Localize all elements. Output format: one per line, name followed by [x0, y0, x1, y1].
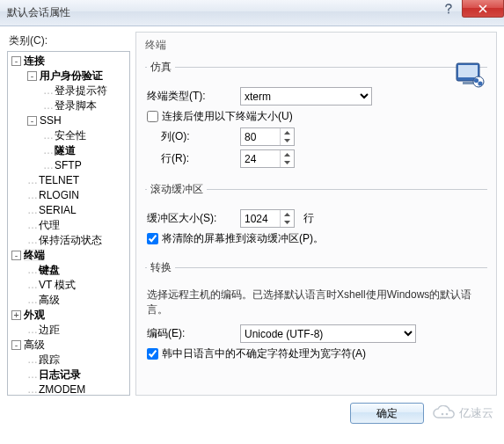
svg-point-8 [446, 413, 449, 416]
cols-spinner[interactable] [240, 127, 295, 146]
buffer-size-spinner[interactable] [240, 209, 295, 228]
tree-node-proxy[interactable]: 代理 [39, 219, 60, 231]
tree-node-keepalive[interactable]: 保持活动状态 [39, 234, 102, 246]
buffer-size-label: 缓冲区大小(S): [147, 211, 240, 226]
wide-char-row[interactable]: 韩中日语言中的不确定字符处理为宽字符(A) [147, 346, 486, 361]
group-emulation: 仿真 终端类型(T): xterm 连接后使用以下终端大小(U) 列(O): [145, 60, 487, 175]
brand-text: 亿速云 [459, 405, 493, 421]
svg-point-6 [478, 81, 482, 85]
group-encoding-legend: 转换 [147, 260, 175, 275]
terminal-icon [456, 62, 486, 91]
group-encoding: 转换 选择远程主机的编码。已选择默认语言时Xshell使用Windows的默认语… [145, 260, 487, 368]
tree-node-logging[interactable]: 日志记录 [39, 368, 81, 381]
use-size-label: 连接后使用以下终端大小(U) [162, 109, 293, 124]
rows-label: 行(R): [161, 151, 240, 166]
wide-char-label: 韩中日语言中的不确定字符处理为宽字符(A) [162, 346, 366, 361]
tree-node-login-script[interactable]: 登录脚本 [55, 99, 97, 112]
wide-char-checkbox[interactable] [147, 348, 158, 360]
panel-title: 终端 [145, 38, 487, 53]
push-cleared-label: 将清除的屏幕推到滚动缓冲区(P)。 [162, 231, 324, 246]
spinner-arrows[interactable] [280, 210, 294, 227]
use-size-checkbox[interactable] [147, 111, 158, 122]
settings-panel: 终端 仿真 终端类型(T): xterm 连接后使用以下终端 [135, 32, 497, 396]
group-scrollback: 滚动缓冲区 缓冲区大小(S): 行 将清除的屏幕推到滚动缓冲区(P)。 [145, 182, 487, 253]
svg-point-7 [442, 413, 444, 416]
collapse-icon[interactable]: - [27, 116, 37, 126]
category-label: 类别(C): [9, 33, 130, 48]
group-emulation-legend: 仿真 [147, 60, 175, 75]
tree-node-keyboard[interactable]: 键盘 [39, 264, 60, 276]
tree-node-telnet[interactable]: TELNET [39, 174, 79, 186]
chevron-down-icon [284, 221, 290, 224]
rows-spinner[interactable] [240, 149, 295, 168]
brand-logo: 亿速云 [431, 405, 493, 421]
close-icon [478, 4, 487, 13]
collapse-icon[interactable]: - [11, 56, 21, 66]
chevron-up-icon [284, 153, 290, 156]
tree-node-margin[interactable]: 边距 [39, 324, 60, 336]
rows-input[interactable] [241, 150, 280, 167]
dialog-body: 类别(C): -连接 -用户身份验证 登录提示符 登录脚本 -SSH 安全性 隧… [0, 26, 504, 396]
close-button[interactable] [462, 0, 504, 18]
use-size-checkbox-row[interactable]: 连接后使用以下终端大小(U) [147, 109, 486, 124]
chevron-up-icon [284, 131, 290, 135]
push-cleared-checkbox[interactable] [147, 233, 158, 244]
terminal-type-select[interactable]: xterm [240, 87, 372, 106]
tree-node-connection[interactable]: 连接 [24, 55, 45, 67]
dialog-footer: 确定 亿速云 [0, 396, 504, 431]
help-icon [444, 4, 453, 14]
tree-node-advanced[interactable]: 高级 [24, 338, 45, 351]
buffer-size-unit: 行 [303, 211, 314, 226]
tree-node-ssh[interactable]: SSH [40, 114, 62, 127]
spinner-arrows[interactable] [280, 128, 294, 145]
tree-node-serial[interactable]: SERIAL [39, 204, 77, 216]
svg-rect-2 [458, 65, 478, 77]
buffer-size-input[interactable] [241, 210, 280, 227]
spinner-arrows[interactable] [280, 150, 294, 167]
tree-node-adv[interactable]: 高级 [39, 294, 60, 306]
tree-node-sftp[interactable]: SFTP [55, 159, 82, 171]
tree-node-auth[interactable]: 用户身份验证 [40, 69, 103, 82]
cols-label: 列(O): [161, 129, 240, 144]
tree-node-tunnel[interactable]: 隧道 [55, 144, 76, 156]
encoding-desc: 选择远程主机的编码。已选择默认语言时Xshell使用Windows的默认语言。 [147, 288, 486, 317]
collapse-icon[interactable]: - [11, 251, 21, 260]
tree-node-terminal[interactable]: 终端 [24, 249, 45, 261]
collapse-icon[interactable]: - [11, 340, 21, 350]
tree-node-rlogin[interactable]: RLOGIN [39, 189, 79, 201]
group-scrollback-legend: 滚动缓冲区 [147, 182, 207, 197]
help-button[interactable] [435, 0, 462, 18]
svg-rect-3 [463, 82, 473, 84]
tree-node-vt[interactable]: VT 模式 [39, 279, 76, 291]
window-title: 默认会话属性 [7, 5, 70, 20]
terminal-type-label: 终端类型(T): [147, 89, 240, 104]
svg-point-5 [474, 78, 478, 83]
chevron-down-icon [284, 161, 290, 164]
encoding-label: 编码(E): [147, 326, 240, 341]
title-bar: 默认会话属性 [0, 0, 504, 26]
tree-node-trace[interactable]: 跟踪 [39, 353, 60, 366]
encoding-select[interactable]: Unicode (UTF-8) [240, 324, 416, 343]
push-cleared-row[interactable]: 将清除的屏幕推到滚动缓冲区(P)。 [147, 231, 486, 246]
tree-node-login-prompt[interactable]: 登录提示符 [55, 84, 107, 97]
cloud-icon [431, 405, 457, 421]
svg-point-0 [448, 12, 449, 14]
ok-button[interactable]: 确定 [350, 403, 424, 424]
tree-node-security[interactable]: 安全性 [55, 129, 86, 142]
tree-node-zmodem[interactable]: ZMODEM [39, 383, 85, 396]
cols-input[interactable] [241, 128, 280, 145]
category-tree[interactable]: -连接 -用户身份验证 登录提示符 登录脚本 -SSH 安全性 隧道 SFTP … [7, 51, 130, 396]
category-column: 类别(C): -连接 -用户身份验证 登录提示符 登录脚本 -SSH 安全性 隧… [7, 32, 130, 396]
expand-icon[interactable]: + [11, 310, 21, 320]
collapse-icon[interactable]: - [27, 71, 37, 81]
chevron-up-icon [284, 213, 290, 216]
chevron-down-icon [284, 139, 290, 142]
window-buttons [435, 0, 504, 18]
tree-node-appearance[interactable]: 外观 [24, 309, 45, 321]
